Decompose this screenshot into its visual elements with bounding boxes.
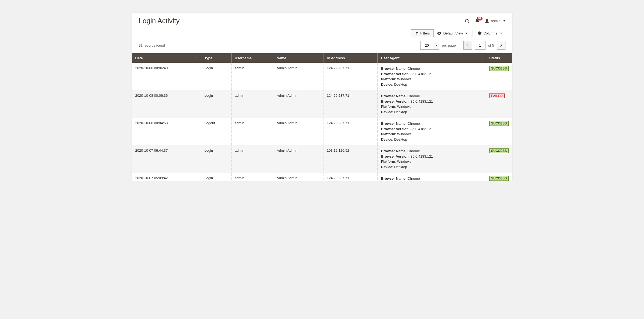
svg-point-2 [486,19,488,21]
search-icon [464,18,470,24]
svg-point-0 [465,19,468,22]
cell-name: Admin Admin [273,145,323,173]
status-badge: FAILED [489,93,505,98]
cell-username: admin [231,173,273,181]
col-header-date[interactable]: Date↑ [132,53,201,63]
cell-user-agent: Browser Name: ChromeBrowser Version: 85.… [378,145,486,173]
cell-type: Logout [201,118,232,145]
prev-page-button[interactable] [463,41,472,50]
cell-user-agent: Browser Name: ChromeBrowser Version: 85.… [378,118,486,145]
cell-name: Admin Admin [273,118,323,145]
table-row[interactable]: 2020-10-08 00:06:40LoginadminAdmin Admin… [132,63,512,90]
notifications-button[interactable]: 59 [475,18,480,23]
chevron-down-icon [436,45,438,46]
cell-ip: 124.29.237.71 [323,118,378,145]
table-row[interactable]: 2020-10-08 00:04:58LogoutadminAdmin Admi… [132,118,512,145]
status-badge: SUCCESS [489,66,509,71]
table-header-row: Date↑ Type Username Name IP Address User… [132,53,512,63]
cell-date: 2020-10-08 00:06:40 [132,63,201,90]
user-menu[interactable]: admin [485,19,505,23]
of-pages: of 5 [488,43,494,47]
login-activity-panel: Login Activity 59 admin Filters Default … [132,13,512,181]
cell-status: FAILED [486,90,512,118]
page-size-control [420,41,439,50]
cell-status: SUCCESS [486,118,512,145]
col-header-ip[interactable]: IP Address [323,53,378,63]
default-view-button[interactable]: Default View [434,30,471,37]
page-title: Login Activity [139,17,180,25]
panel-header: Login Activity 59 admin [132,13,512,27]
col-header-status[interactable]: Status [486,53,512,63]
columns-label: Columns [483,31,497,35]
status-badge: SUCCESS [489,176,509,181]
cell-type: Login [201,173,232,181]
gear-icon [478,31,482,35]
chevron-right-icon [500,44,502,47]
cell-name: Admin Admin [273,173,323,181]
header-actions: 59 admin [464,18,505,24]
cell-username: admin [231,145,273,173]
cell-ip: 124.29.237.71 [323,63,378,90]
cell-name: Admin Admin [273,90,323,118]
cell-user-agent: Browser Name: ChromeBrowser Version: 85.… [378,173,486,181]
page-size-input[interactable] [421,41,433,49]
records-found: 91 records found [139,43,165,47]
cell-type: Login [201,63,232,90]
cell-ip: 103.12.120.92 [323,145,378,173]
cell-username: admin [231,90,273,118]
chevron-left-icon [467,44,469,47]
per-page-label: per page [442,43,456,47]
cell-date: 2020-10-08 00:04:58 [132,118,201,145]
grid-table-wrap: Date↑ Type Username Name IP Address User… [132,53,512,181]
pager: per page of 5 [420,41,505,50]
user-icon [485,19,489,23]
notifications-badge: 59 [477,17,483,20]
chevron-down-icon [503,20,505,22]
cell-username: admin [231,63,273,90]
filters-label: Filters [420,31,430,35]
cell-date: 2020-10-08 00:06:36 [132,90,201,118]
cell-name: Admin Admin [273,63,323,90]
col-header-ua[interactable]: User Agent [378,53,486,63]
funnel-icon [415,32,419,35]
chevron-down-icon [500,33,502,34]
table-row[interactable]: 2020-10-08 00:06:36LoginadminAdmin Admin… [132,90,512,118]
grid-meta-row: 91 records found per page of 5 [132,39,512,53]
columns-button[interactable]: Columns [474,30,505,37]
page-size-dropdown[interactable] [433,41,439,49]
status-badge: SUCCESS [489,148,509,153]
col-header-username[interactable]: Username [231,53,273,63]
current-page-input[interactable] [475,41,485,50]
status-badge: SUCCESS [489,121,509,126]
table-row[interactable]: 2020-10-07 05:09:42LoginadminAdmin Admin… [132,173,512,181]
sort-asc-icon: ↑ [196,56,198,59]
grid-toolbar: Filters Default View Columns [132,27,512,39]
cell-status: SUCCESS [486,145,512,173]
cell-status: SUCCESS [486,173,512,181]
svg-line-1 [468,22,469,23]
view-label: Default View [443,31,463,35]
cell-status: SUCCESS [486,63,512,90]
eye-icon [437,32,442,35]
cell-ip: 124.29.237.71 [323,173,378,181]
cell-username: admin [231,118,273,145]
cell-type: Login [201,90,232,118]
toolbar-divider [473,30,473,37]
table-row[interactable]: 2020-10-07 06:44:37LoginadminAdmin Admin… [132,145,512,173]
cell-ip: 124.29.237.71 [323,90,378,118]
chevron-down-icon [466,33,468,34]
filters-button[interactable]: Filters [411,29,434,37]
cell-user-agent: Browser Name: ChromeBrowser Version: 85.… [378,63,486,90]
cell-date: 2020-10-07 05:09:42 [132,173,201,181]
next-page-button[interactable] [497,41,505,50]
cell-user-agent: Browser Name: ChromeBrowser Version: 85.… [378,90,486,118]
cell-type: Login [201,145,232,173]
user-label: admin [491,19,500,23]
cell-date: 2020-10-07 06:44:37 [132,145,201,173]
col-header-name[interactable]: Name [273,53,323,63]
login-activity-table: Date↑ Type Username Name IP Address User… [132,53,512,181]
col-header-type[interactable]: Type [201,53,232,63]
search-button[interactable] [464,18,470,24]
